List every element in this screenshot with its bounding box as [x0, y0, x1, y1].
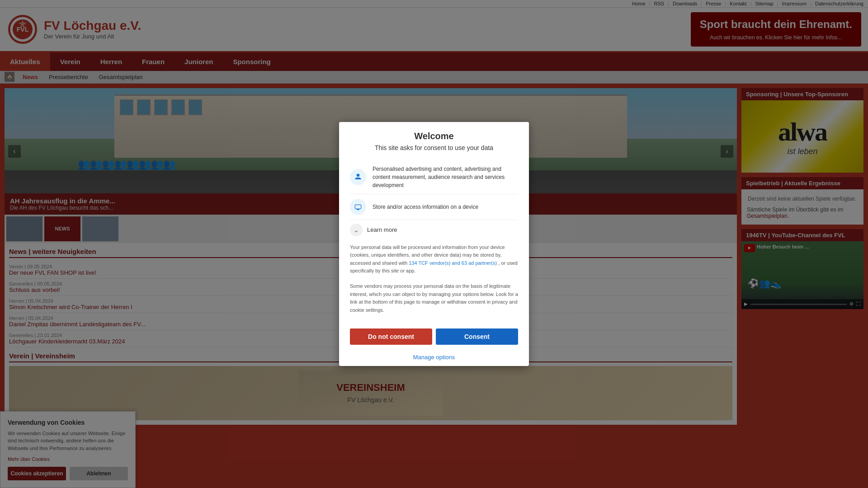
gdpr-learn-more[interactable]: ⌄ Learn more	[350, 220, 518, 240]
svg-point-7	[357, 174, 360, 177]
gdpr-btn-row: Do not consent Consent	[339, 323, 529, 352]
gdpr-item-1: Personalised advertising and content, ad…	[350, 160, 518, 194]
gdpr-consent-button[interactable]: Consent	[436, 328, 518, 345]
gdpr-person-icon	[350, 169, 366, 185]
gdpr-item2-text: Store and/or access information on a dev…	[373, 203, 478, 211]
gdpr-title: Welcome	[350, 131, 518, 141]
gdpr-subtitle: This site asks for consent to use your d…	[350, 144, 518, 151]
gdpr-consent-text: Your personal data will be processed and…	[350, 240, 518, 279]
gdpr-vendors-link[interactable]: 134 TCF vendor(s) and 63 ad partner(s)	[409, 260, 497, 266]
gdpr-modal-body: Personalised advertising and content, ad…	[339, 155, 529, 324]
svg-rect-9	[357, 209, 360, 210]
svg-rect-10	[356, 205, 360, 208]
modal-overlay: Welcome This site asks for consent to us…	[0, 0, 868, 488]
gdpr-modal-header: Welcome This site asks for consent to us…	[339, 122, 529, 155]
gdpr-item-2: Store and/or access information on a dev…	[350, 194, 518, 220]
gdpr-device-icon	[350, 199, 366, 215]
gdpr-modal: Welcome This site asks for consent to us…	[339, 122, 529, 366]
gdpr-chevron-icon: ⌄	[350, 224, 363, 236]
gdpr-deny-button[interactable]: Do not consent	[350, 328, 432, 345]
gdpr-item1-text: Personalised advertising and content, ad…	[373, 165, 518, 189]
gdpr-consent-text2: Some vendors may process your personal d…	[350, 279, 518, 318]
gdpr-manage-options[interactable]: Manage options	[339, 352, 529, 366]
gdpr-learn-text: Learn more	[367, 226, 397, 233]
